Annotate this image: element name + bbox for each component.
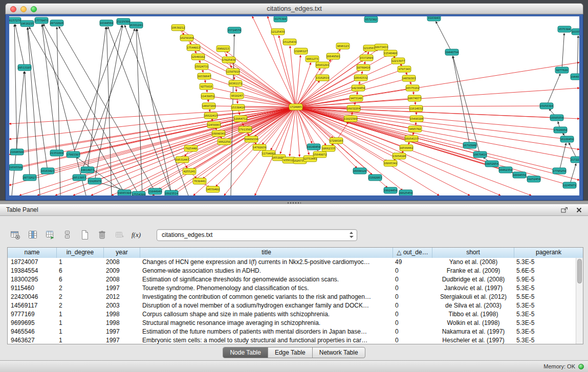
graph-node[interactable]: 21722350 [571, 157, 579, 163]
graph-node[interactable]: 12458867 [207, 122, 221, 128]
graph-node[interactable]: 16032284 [347, 105, 361, 112]
graph-node[interactable]: 21351884 [50, 150, 64, 156]
table-row[interactable]: 946554611997Estimation of the future num… [8, 327, 576, 336]
table-row[interactable]: 1872400712008Changes of HCN gene express… [8, 258, 576, 267]
graph-node[interactable]: 16793940 [463, 142, 477, 148]
graph-node[interactable]: 11439852 [201, 93, 215, 99]
table-scrollbar[interactable] [576, 258, 583, 344]
graph-node[interactable]: 20722026 [50, 20, 64, 26]
graph-node[interactable]: 16188450 [560, 136, 574, 142]
graph-node[interactable]: 8960213 [216, 46, 230, 52]
graph-node[interactable]: 8572302 [364, 16, 378, 23]
graph-node[interactable]: 11614832 [409, 105, 423, 112]
graph-node[interactable]: 17208165 [330, 138, 343, 144]
graph-node[interactable]: 21229300 [117, 18, 130, 25]
graph-node[interactable]: 9696123 [336, 43, 350, 49]
graph-node[interactable]: 13206127 [294, 48, 308, 54]
graph-node[interactable]: 16361172 [229, 80, 243, 86]
graph-node[interactable]: 19924450 [384, 187, 398, 193]
graph-node[interactable]: 17025430 [222, 57, 236, 63]
graph-node[interactable]: 16157276 [9, 17, 21, 24]
graph-node[interactable]: 18163423 [41, 168, 55, 174]
window-titlebar[interactable]: citations_edges.txt [5, 3, 583, 14]
table-row[interactable]: 1830029562008Estimation of significance … [8, 275, 576, 284]
graph-node[interactable]: 19531447 [176, 157, 189, 163]
row-tools-button[interactable] [60, 228, 75, 242]
graph-node[interactable]: 19865304 [118, 190, 132, 195]
column-header-year[interactable]: year [104, 248, 140, 258]
graph-node[interactable]: 10760416 [357, 64, 371, 71]
table-row[interactable]: 2242004622012Investigating the contribut… [8, 293, 576, 301]
table-row[interactable]: 1938455462009Genome-wide association stu… [8, 267, 576, 275]
tab-network-table[interactable]: Network Table [313, 347, 365, 358]
graph-node[interactable]: 9277620 [555, 67, 569, 73]
graph-node[interactable]: 19565500 [9, 164, 23, 170]
graph-node[interactable]: 18923514 [165, 190, 179, 195]
graph-node[interactable]: 9575304 [558, 26, 571, 32]
column-header-name[interactable]: name [8, 248, 57, 258]
tab-node-table[interactable]: Node Table [223, 347, 268, 358]
graph-node[interactable]: 17770478 [35, 17, 49, 24]
tab-edge-table[interactable]: Edge Table [268, 347, 313, 358]
graph-node[interactable]: 18250164 [180, 35, 194, 41]
graph-node[interactable]: 15330416 [231, 104, 245, 111]
graph-node[interactable]: 11507018 [226, 69, 240, 75]
graph-node[interactable]: 15958304 [540, 103, 554, 109]
graph-node[interactable]: 18641532 [354, 75, 368, 81]
graph-node[interactable]: 15125439 [283, 39, 297, 45]
delete-button[interactable] [95, 228, 110, 242]
graph-node[interactable]: 12125439 [271, 29, 285, 35]
graph-node[interactable]: 14238450 [352, 85, 365, 91]
graph-node[interactable]: 16462350 [499, 167, 513, 173]
column-header-pagerank[interactable]: pagerank [514, 248, 583, 258]
table-settings-button[interactable] [8, 228, 23, 242]
scrollbar-thumb[interactable] [577, 259, 582, 283]
zoom-window-button[interactable] [31, 6, 37, 12]
graph-node[interactable]: 16880120 [353, 168, 367, 174]
graph-node[interactable]: 19014073 [81, 167, 95, 173]
graph-node[interactable]: 7630441 [193, 178, 206, 184]
graph-node[interactable]: 18630212 [171, 25, 185, 31]
float-panel-button[interactable] [560, 206, 569, 214]
graph-node[interactable]: 18344560 [100, 20, 114, 26]
new-document-button[interactable] [78, 228, 92, 242]
graph-node[interactable]: 15498106 [410, 116, 424, 122]
graph-node[interactable]: 21606500 [10, 149, 24, 155]
function-builder-button[interactable]: f(x) [130, 228, 144, 242]
graph-node[interactable]: 16954137 [405, 136, 419, 142]
graph-node[interactable]: 14607209 [202, 103, 216, 109]
graph-node[interactable]: 18090341 [212, 130, 226, 137]
graph-node[interactable]: 19616235 [20, 20, 34, 27]
graph-node[interactable]: 21802063 [368, 174, 382, 181]
table-row[interactable]: 1456911722003Disruption of a novel membe… [8, 301, 576, 310]
table-selector[interactable]: citations_edges.txt [157, 229, 357, 241]
column-header-title[interactable]: title [140, 248, 393, 258]
column-header-out_de[interactable]: △ out_de… [393, 248, 432, 258]
graph-node[interactable]: 20825450 [399, 190, 413, 195]
graph-node[interactable]: 17544013 [187, 45, 201, 51]
table-row[interactable]: 969969511998Structural magnetic resonanc… [8, 319, 576, 327]
graph-node[interactable]: 15849072 [313, 151, 327, 158]
graph-node[interactable]: 12940102 [191, 54, 205, 60]
graph-node[interactable]: 10599442 [400, 145, 413, 151]
graph-node[interactable]: 16649501 [326, 53, 340, 59]
graph-node[interactable]: 9862250 [217, 139, 231, 145]
import-table-button[interactable] [43, 228, 57, 242]
graph-node[interactable]: 8183043 [427, 16, 441, 21]
table-row[interactable]: 946362711997Embryonic stem cells: a mode… [8, 336, 576, 344]
graph-node[interactable]: 9473148 [350, 95, 363, 101]
graph-node[interactable]: 18355450 [572, 29, 579, 35]
graph-node[interactable]: 19448120 [571, 74, 579, 80]
graph-node[interactable]: 9275018 [200, 83, 213, 90]
graph-node[interactable]: 4255241 [183, 168, 196, 174]
graph-node[interactable]: 20513057 [73, 174, 86, 181]
graph-node[interactable]: 15824731 [195, 63, 209, 70]
graph-node[interactable]: 16822415 [204, 113, 218, 119]
graph-node[interactable]: 14702039 [253, 144, 267, 150]
graph-node[interactable]: 19052054 [485, 161, 499, 167]
graph-node[interactable]: 17020950 [554, 127, 568, 133]
graph-node[interactable]: 8175304 [274, 16, 287, 22]
graph-node[interactable]: 14850383 [402, 75, 416, 81]
graph-node[interactable]: 18679419 [473, 151, 487, 158]
graph-node[interactable]: 10994550 [513, 172, 527, 178]
